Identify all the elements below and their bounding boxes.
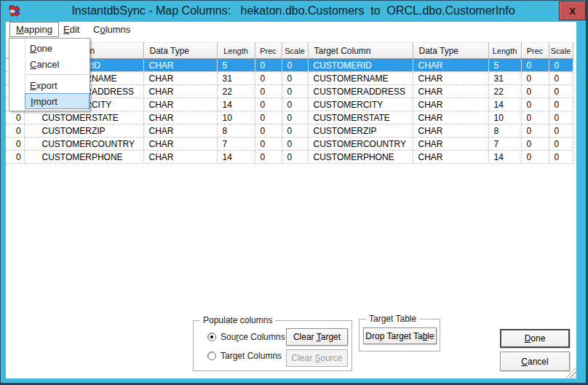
grid-cell[interactable]: 0 — [255, 59, 282, 72]
grid-cell[interactable]: 0 — [521, 151, 549, 164]
grid-cell[interactable]: CUSTOMERPHONE — [24, 151, 143, 164]
grid-cell[interactable]: 14 — [488, 98, 521, 111]
grid-cell[interactable]: 0 — [255, 72, 282, 85]
grid-cell[interactable]: CUSTOMERSTATE — [24, 111, 143, 124]
grid-cell[interactable]: CHAR — [143, 138, 217, 151]
grid-cell[interactable]: CHAR — [413, 138, 488, 151]
grid-cell[interactable]: 8 — [217, 124, 255, 138]
column-header[interactable]: Prec — [255, 43, 282, 59]
column-header[interactable]: Scale — [549, 43, 573, 59]
grid-cell[interactable]: 0 — [521, 85, 549, 98]
column-header[interactable]: Scale — [282, 43, 308, 59]
grid-cell[interactable]: 0 — [255, 124, 282, 138]
grid-cell[interactable]: 0 — [282, 111, 308, 124]
grid-cell[interactable]: 0 — [282, 124, 308, 138]
menu-item-import[interactable]: Import — [25, 93, 90, 109]
grid-cell[interactable]: 5 — [488, 59, 521, 72]
grid-cell[interactable]: 0 — [549, 124, 573, 138]
grid-cell[interactable]: CUSTOMERCOUNTRY — [308, 138, 413, 151]
grid-cell[interactable]: 0 — [549, 111, 573, 124]
grid-cell[interactable]: CUSTOMERCITY — [308, 98, 413, 111]
grid-cell[interactable]: CUSTOMERCOUNTRY — [24, 138, 143, 151]
grid-cell[interactable]: CUSTOMERADDRESS — [308, 85, 413, 98]
grid-cell[interactable]: 10 — [488, 111, 521, 124]
column-header[interactable]: Data Type — [143, 43, 217, 59]
grid-cell[interactable]: 0 — [255, 151, 282, 164]
menubar-item-columns[interactable]: Columns — [87, 22, 136, 37]
grid-cell[interactable]: CHAR — [413, 98, 488, 111]
table-row[interactable]: 0CUSTOMERCITYCHAR1400CUSTOMERCITYCHAR140… — [6, 98, 573, 111]
table-row[interactable]: 0CUSTOMERZIPCHAR800CUSTOMERZIPCHAR800 — [6, 124, 573, 138]
grid-cell[interactable]: CUSTOMERPHONE — [308, 151, 413, 164]
table-row[interactable]: 0CUSTOMERNAMECHAR3100CUSTOMERNAMECHAR310… — [6, 72, 573, 85]
drop-target-table-button[interactable]: Drop Target Table — [363, 328, 437, 344]
grid-cell[interactable]: 0 — [282, 59, 308, 72]
grid-cell[interactable]: 31 — [217, 72, 255, 85]
grid-cell[interactable]: 0 — [6, 138, 24, 151]
grid-cell[interactable]: 0 — [282, 98, 308, 111]
grid-cell[interactable]: CHAR — [413, 151, 488, 164]
grid-cell[interactable]: 0 — [549, 85, 573, 98]
grid-cell[interactable]: 0 — [521, 138, 549, 151]
grid-cell[interactable]: CHAR — [413, 85, 488, 98]
clear-source-button[interactable]: Clear Source — [286, 349, 348, 367]
grid-cell[interactable]: 0 — [255, 111, 282, 124]
menu-item-export[interactable]: Export — [9, 77, 90, 93]
grid-cell[interactable]: 14 — [217, 151, 255, 164]
grid-cell[interactable]: CHAR — [143, 85, 217, 98]
table-row[interactable]: 0CUSTOMERADDRESSCHAR2200CUSTOMERADDRESSC… — [6, 85, 573, 98]
close-button[interactable]: X — [559, 1, 586, 20]
grid-cell[interactable]: CHAR — [143, 111, 217, 124]
grid-cell[interactable]: 0 — [549, 138, 573, 151]
grid-cell[interactable]: CUSTOMERID — [308, 59, 413, 72]
grid-cell[interactable]: 0 — [549, 59, 573, 72]
grid-cell[interactable]: 0 — [282, 151, 308, 164]
grid-cell[interactable]: CHAR — [143, 72, 217, 85]
grid-cell[interactable]: 0 — [521, 111, 549, 124]
grid-cell[interactable]: 10 — [217, 111, 255, 124]
table-row[interactable]: 0CUSTOMERSTATECHAR1000CUSTOMERSTATECHAR1… — [6, 111, 573, 124]
grid-cell[interactable]: CHAR — [143, 98, 217, 111]
grid-cell[interactable]: 22 — [217, 85, 255, 98]
grid-cell[interactable]: CUSTOMERSTATE — [308, 111, 413, 124]
grid-cell[interactable]: CHAR — [143, 151, 217, 164]
grid-cell[interactable]: CHAR — [143, 59, 217, 72]
column-header[interactable]: Data Type — [413, 43, 488, 59]
grid-cell[interactable]: 0 — [6, 151, 24, 164]
grid-cell[interactable]: 0 — [6, 111, 24, 124]
grid-cell[interactable]: 7 — [217, 138, 255, 151]
grid-cell[interactable]: CHAR — [143, 124, 217, 138]
grid-cell[interactable]: CUSTOMERNAME — [308, 72, 413, 85]
grid-cell[interactable]: 0 — [549, 98, 573, 111]
grid-cell[interactable]: 0 — [282, 72, 308, 85]
grid-cell[interactable]: 0 — [521, 59, 549, 72]
table-row[interactable]: 0CUSTOMERCOUNTRYCHAR700CUSTOMERCOUNTRYCH… — [6, 138, 573, 151]
grid-cell[interactable]: 0 — [282, 85, 308, 98]
grid-cell[interactable]: 0 — [282, 138, 308, 151]
grid-cell[interactable]: 8 — [488, 124, 521, 138]
cancel-button[interactable]: Cancel — [500, 352, 570, 371]
target-columns-radio[interactable]: Target Columns — [207, 351, 282, 361]
grid-cell[interactable]: 0 — [255, 98, 282, 111]
menu-item-done[interactable]: Done — [9, 40, 90, 56]
grid-cell[interactable]: CUSTOMERZIP — [24, 124, 143, 138]
grid-cell[interactable]: CHAR — [413, 59, 488, 72]
grid-cell[interactable]: 5 — [217, 59, 255, 72]
table-row[interactable]: 0CUSTOMERPHONECHAR1400CUSTOMERPHONECHAR1… — [6, 151, 573, 164]
grid-cell[interactable]: 7 — [488, 138, 521, 151]
clear-target-button[interactable]: Clear Target — [286, 328, 348, 346]
column-header[interactable]: Prec — [521, 43, 549, 59]
grid-cell[interactable]: 0 — [255, 138, 282, 151]
grid-cell[interactable]: 0 — [521, 98, 549, 111]
grid-cell[interactable]: 0 — [549, 151, 573, 164]
menubar-item-mapping[interactable]: Mapping — [9, 22, 59, 37]
table-row[interactable]: 0CUSTOMERIDCHAR500CUSTOMERIDCHAR500 — [6, 59, 573, 72]
column-header[interactable]: Target Column — [308, 43, 413, 59]
grid-cell[interactable]: 14 — [217, 98, 255, 111]
grid-cell[interactable]: 0 — [6, 124, 24, 138]
grid-cell[interactable]: 22 — [488, 85, 521, 98]
grid-cell[interactable]: 0 — [521, 124, 549, 138]
column-header[interactable]: Length — [217, 43, 255, 59]
grid-cell[interactable]: CUSTOMERZIP — [308, 124, 413, 138]
grid-cell[interactable]: CHAR — [413, 124, 488, 138]
